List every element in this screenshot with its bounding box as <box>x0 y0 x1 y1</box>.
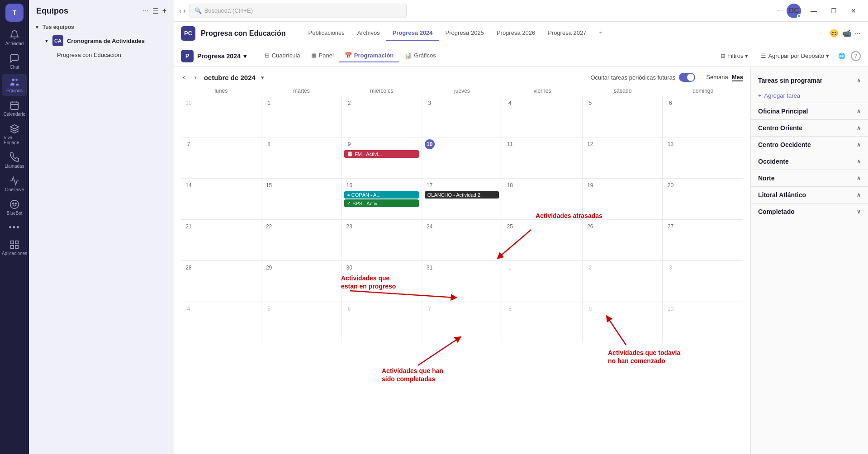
task-chip-olancho[interactable]: OLANCHO - Actividad 2 <box>425 191 499 199</box>
user-avatar[interactable]: DC <box>787 4 801 18</box>
cal-day-10[interactable]: 10 <box>422 137 503 178</box>
team-section-header[interactable]: ▼ Tus equipos <box>29 22 174 32</box>
nav-more-btn[interactable]: ··· <box>142 7 148 15</box>
cal-day-29[interactable]: 29 <box>261 261 342 302</box>
sidebar-item-llamadas[interactable]: Llamadas <box>2 150 27 171</box>
rp-header-centro-occidente[interactable]: Centro Occidente ∧ <box>751 137 868 153</box>
globe-icon[interactable]: 🌐 <box>838 52 845 59</box>
cal-next-btn[interactable]: › <box>192 72 198 82</box>
cal-day-28[interactable]: 28 <box>181 261 261 302</box>
task-chip-sps[interactable]: ✓ SPS - Activi... <box>344 199 419 207</box>
teams-logo[interactable]: T <box>5 4 24 22</box>
cal-day-20[interactable]: 20 <box>663 179 743 219</box>
cal-day-23[interactable]: 23 <box>342 220 422 260</box>
cal-day-25[interactable]: 25 <box>502 220 583 260</box>
cal-day-21[interactable]: 21 <box>181 220 261 260</box>
tab-progresa-2026[interactable]: Progresa 2026 <box>490 26 541 41</box>
cal-view-month[interactable]: Mes <box>732 74 743 81</box>
cal-day-11[interactable]: 11 <box>502 137 583 178</box>
tab-progresa-2024[interactable]: Progresa 2024 <box>386 26 439 41</box>
cal-day-19[interactable]: 19 <box>583 179 663 219</box>
cal-day-4-nov[interactable]: 4 <box>181 302 261 343</box>
cal-day-7[interactable]: 7 <box>181 137 261 178</box>
cal-day-13[interactable]: 13 <box>663 137 743 178</box>
cal-day-5-nov[interactable]: 5 <box>261 302 342 343</box>
sidebar-item-equipos[interactable]: Equipos <box>2 74 27 96</box>
nav-filter-btn[interactable]: ☰ <box>152 7 159 15</box>
cal-day-10-nov[interactable]: 10 <box>663 302 743 343</box>
view-panel[interactable]: ▦ Panel <box>306 49 339 62</box>
cal-day-14[interactable]: 14 <box>181 179 261 219</box>
channel-more-btn[interactable]: ··· <box>855 29 861 38</box>
sidebar-item-aplicaciones[interactable]: Aplicaciones <box>2 237 27 259</box>
forward-button[interactable]: › <box>183 7 185 15</box>
rp-header-centro-oriente[interactable]: Centro Oriente ∧ <box>751 120 868 136</box>
cal-day-26[interactable]: 26 <box>583 220 663 260</box>
cal-day-7-nov[interactable]: 7 <box>422 302 503 343</box>
restore-button[interactable]: ❐ <box>825 4 843 18</box>
cal-day-30-sep[interactable]: 30 <box>181 96 261 137</box>
cal-day-2-nov[interactable]: 2 <box>583 261 663 302</box>
cal-view-week[interactable]: Semana <box>706 74 728 81</box>
view-cuadricula[interactable]: ⊞ Cuadrícula <box>259 49 306 62</box>
cal-day-3-nov[interactable]: 3 <box>663 261 743 302</box>
sidebar-item-calendario[interactable]: Calendario <box>2 98 27 119</box>
rp-header-litoral[interactable]: Litoral Atlántico ∧ <box>751 187 868 203</box>
task-chip-copan[interactable]: ● COPÁN - A... <box>344 191 419 199</box>
minimize-button[interactable]: — <box>805 4 823 18</box>
filter-button[interactable]: ⊟ Filtros ▾ <box>717 51 752 61</box>
planner-plan-name[interactable]: Progresa 2024 ▾ <box>197 52 247 60</box>
cal-day-27[interactable]: 27 <box>663 220 743 260</box>
topbar-more-btn[interactable]: ··· <box>777 7 783 15</box>
rp-header-norte[interactable]: Norte ∧ <box>751 170 868 186</box>
cal-day-4[interactable]: 4 <box>502 96 583 137</box>
rp-header-completado[interactable]: Completado ∨ <box>751 203 868 220</box>
cal-day-31[interactable]: 31 <box>422 261 503 302</box>
rp-header-tareas[interactable]: Tareas sin programar ∧ <box>751 72 868 89</box>
rp-add-task-btn[interactable]: + Agregar tarea <box>751 89 868 103</box>
cal-day-3[interactable]: 3 <box>422 96 503 137</box>
channel-item-progresa[interactable]: Progresa con Educación <box>32 49 171 61</box>
rp-header-occidente[interactable]: Occidente ∧ <box>751 153 868 170</box>
team-item-cronograma[interactable]: ▼ CA Cronograma de Actividades <box>32 33 171 49</box>
task-chip-fm[interactable]: 📋 FM - Activi... <box>344 150 419 158</box>
sidebar-item-bluebot[interactable]: BlueBot <box>2 197 27 218</box>
sidebar-item-more[interactable]: ••• <box>2 220 27 235</box>
sidebar-item-actividad[interactable]: Actividad <box>2 27 27 49</box>
sidebar-item-onedrive[interactable]: OneDrive <box>2 173 27 195</box>
cal-day-16[interactable]: 16 ● COPÁN - A... ✓ SPS - Activi... <box>342 179 422 219</box>
cal-prev-btn[interactable]: ‹ <box>181 72 187 82</box>
cal-day-1-nov[interactable]: 1 <box>502 261 583 302</box>
toggle-switch[interactable] <box>679 73 695 82</box>
cal-day-17[interactable]: 17 OLANCHO - Actividad 2 <box>422 179 503 219</box>
cal-day-9-nov[interactable]: 9 <box>583 302 663 343</box>
cal-day-5[interactable]: 5 <box>583 96 663 137</box>
tab-progresa-2027[interactable]: Progresa 2027 <box>541 26 593 41</box>
cal-day-24[interactable]: 24 <box>422 220 503 260</box>
view-graficos[interactable]: 📊 Gráficos <box>399 49 441 62</box>
cal-day-30[interactable]: 30 <box>342 261 422 302</box>
cal-day-15[interactable]: 15 <box>261 179 342 219</box>
cal-day-22[interactable]: 22 <box>261 220 342 260</box>
meet-icon[interactable]: 😊 <box>830 29 839 38</box>
cal-day-18[interactable]: 18 <box>502 179 583 219</box>
cal-day-9[interactable]: 9 📋 FM - Activi... <box>342 137 422 178</box>
rp-header-oficina[interactable]: Oficina Principal ∧ <box>751 103 868 119</box>
tab-publicaciones[interactable]: Publicaciones <box>302 26 351 41</box>
cal-day-6-nov[interactable]: 6 <box>342 302 422 343</box>
sidebar-item-chat[interactable]: Chat <box>2 51 27 72</box>
cal-day-8-nov[interactable]: 8 <box>502 302 583 343</box>
tab-progresa-2025[interactable]: Progresa 2025 <box>439 26 490 41</box>
cal-day-2[interactable]: 2 <box>342 96 422 137</box>
close-button[interactable]: ✕ <box>844 4 863 18</box>
tab-add[interactable]: + <box>593 26 609 41</box>
cal-month-chevron[interactable]: ▾ <box>261 74 264 81</box>
cal-day-6[interactable]: 6 <box>663 96 743 137</box>
sidebar-item-viva-engage[interactable]: Viva Engage <box>2 121 27 148</box>
video-call-icon[interactable]: 📹 <box>842 29 851 38</box>
help-icon[interactable]: ? <box>851 51 861 61</box>
cal-day-1[interactable]: 1 <box>261 96 342 137</box>
tab-archivos[interactable]: Archivos <box>351 26 386 41</box>
nav-add-btn[interactable]: + <box>162 7 166 15</box>
cal-day-8[interactable]: 8 <box>261 137 342 178</box>
